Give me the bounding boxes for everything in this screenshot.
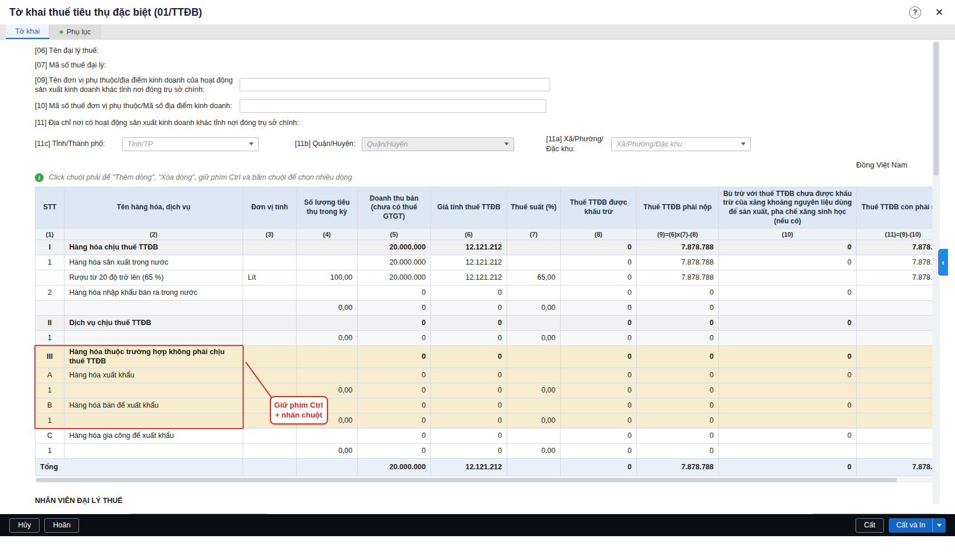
table-cell[interactable]: 0 <box>561 331 637 346</box>
table-cell[interactable] <box>507 429 561 444</box>
table-cell[interactable] <box>857 301 938 316</box>
table-cell[interactable]: 0,00 <box>507 331 561 346</box>
table-cell[interactable]: 7.878.788 <box>637 255 719 270</box>
table-cell[interactable]: 0 <box>561 316 637 331</box>
close-icon[interactable]: ✕ <box>935 8 943 17</box>
table-cell[interactable]: 1 <box>35 255 65 270</box>
table-cell[interactable]: A <box>35 368 65 383</box>
table-row[interactable]: BHàng hóa bán để xuất khẩu00000 <box>35 398 938 413</box>
table-cell[interactable] <box>243 368 297 383</box>
table-cell[interactable] <box>857 316 938 331</box>
f09-input[interactable] <box>240 78 550 91</box>
table-cell[interactable]: 0 <box>719 240 857 255</box>
table-cell[interactable]: 0 <box>431 413 507 429</box>
table-cell[interactable]: 0 <box>637 398 719 413</box>
table-cell[interactable] <box>507 459 561 476</box>
table-cell[interactable]: 0 <box>637 429 719 444</box>
table-cell[interactable]: 0 <box>719 286 857 301</box>
table-cell[interactable]: 0,00 <box>507 413 561 429</box>
table-cell[interactable]: 12.121.212 <box>431 459 507 476</box>
table-cell[interactable]: 0 <box>719 429 857 444</box>
table-cell[interactable] <box>243 286 297 301</box>
table-cell[interactable]: 7.878.788 <box>637 459 719 476</box>
side-panel-toggle[interactable]: ‹ <box>938 249 948 276</box>
table-cell[interactable] <box>297 429 358 444</box>
table-cell[interactable] <box>65 301 243 316</box>
table-cell[interactable] <box>297 459 358 476</box>
table-cell[interactable]: 0,00 <box>297 331 358 346</box>
table-cell[interactable]: 0 <box>561 429 637 444</box>
table-cell[interactable] <box>243 429 297 444</box>
table-row[interactable]: Rượu từ 20 độ trở lên (65 %)Lít100,0020.… <box>35 270 938 286</box>
table-cell[interactable] <box>719 444 857 459</box>
table-cell[interactable]: 0 <box>561 383 637 398</box>
table-cell[interactable]: Hàng hóa gia công để xuất khẩu <box>65 429 243 444</box>
table-cell[interactable]: 2 <box>35 286 65 301</box>
table-cell[interactable]: 7.878.788 <box>857 270 938 286</box>
table-cell[interactable] <box>65 444 243 459</box>
table-cell[interactable]: Dịch vụ chịu thuế TTĐB <box>65 316 243 331</box>
table-cell[interactable] <box>243 316 297 331</box>
horizontal-scrollbar[interactable] <box>35 477 938 483</box>
ward-select[interactable]: Xã/Phường/Đặc khu <box>611 137 751 151</box>
table-cell[interactable]: 0 <box>431 429 507 444</box>
save-print-label[interactable]: Cất và In <box>889 519 932 532</box>
table-row[interactable]: IHàng hóa chịu thuế TTĐB20.000.00012.121… <box>35 240 938 255</box>
table-cell[interactable]: 0 <box>637 346 719 368</box>
table-cell[interactable]: 0 <box>561 398 637 413</box>
table-cell[interactable]: B <box>35 398 65 413</box>
tab-to-khai[interactable]: Tờ khai <box>6 24 49 39</box>
table-cell[interactable]: 1 <box>35 383 65 398</box>
table-cell[interactable]: 0 <box>637 301 719 316</box>
table-cell[interactable]: 0 <box>637 368 719 383</box>
table-cell[interactable]: 20.000.000 <box>358 459 431 476</box>
table-cell[interactable] <box>243 459 297 476</box>
table-cell[interactable]: 20.000.000 <box>358 255 431 270</box>
table-cell[interactable]: 0 <box>561 270 637 286</box>
help-icon[interactable]: ? <box>909 6 921 19</box>
table-row[interactable]: 10,00000,0000 <box>35 413 938 429</box>
table-cell[interactable]: 0 <box>637 286 719 301</box>
table-cell[interactable] <box>857 413 938 429</box>
table-cell[interactable] <box>719 331 857 346</box>
table-cell[interactable] <box>507 368 561 383</box>
table-cell[interactable]: 0 <box>358 346 431 368</box>
table-row[interactable]: 10,00000,0000 <box>35 331 938 346</box>
table-cell[interactable]: 7.878.788 <box>857 459 938 476</box>
f10-input[interactable] <box>240 99 546 113</box>
table-cell[interactable]: 65,00 <box>507 270 561 286</box>
table-cell[interactable]: 0 <box>719 398 857 413</box>
table-cell[interactable]: 0 <box>431 368 507 383</box>
table-cell[interactable]: 0,00 <box>507 444 561 459</box>
table-cell[interactable]: 0 <box>358 286 431 301</box>
table-cell[interactable]: 0 <box>358 398 431 413</box>
table-cell[interactable]: 0 <box>719 459 857 476</box>
table-cell[interactable]: 0 <box>637 413 719 429</box>
table-cell[interactable]: 0 <box>431 331 507 346</box>
table-cell[interactable]: Hàng hóa xuất khẩu <box>65 368 243 383</box>
table-cell[interactable]: 0 <box>358 444 431 459</box>
table-cell[interactable]: 0,00 <box>297 444 358 459</box>
table-cell[interactable]: 7.878.788 <box>857 255 938 270</box>
table-cell[interactable]: 0,00 <box>297 301 358 316</box>
table-cell[interactable]: 0 <box>431 286 507 301</box>
table-cell[interactable] <box>243 444 297 459</box>
table-cell[interactable] <box>857 398 938 413</box>
table-cell[interactable] <box>507 255 561 270</box>
table-row[interactable]: AHàng hóa xuất khẩu00000 <box>35 368 938 383</box>
table-cell[interactable]: 0 <box>561 444 637 459</box>
table-cell[interactable] <box>507 286 561 301</box>
table-cell[interactable] <box>243 331 297 346</box>
table-cell[interactable]: 0 <box>431 346 507 368</box>
table-cell[interactable]: 0 <box>358 413 431 429</box>
table-cell[interactable]: 0 <box>637 331 719 346</box>
table-cell[interactable]: 12.121.212 <box>431 240 507 255</box>
table-cell[interactable] <box>243 346 297 368</box>
table-cell[interactable] <box>297 286 358 301</box>
table-cell[interactable] <box>857 383 938 398</box>
table-cell[interactable]: 0 <box>358 383 431 398</box>
table-cell[interactable] <box>857 444 938 459</box>
table-cell[interactable]: 0 <box>561 240 637 255</box>
table-cell[interactable]: 0 <box>637 444 719 459</box>
table-cell[interactable]: 0 <box>561 346 637 368</box>
